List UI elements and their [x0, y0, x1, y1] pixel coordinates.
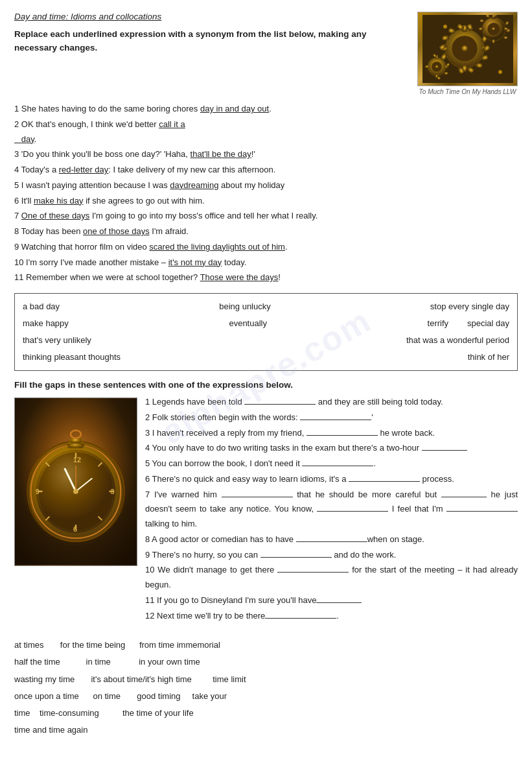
word-box-row-3: that's very unlikely that was a wonderfu…	[23, 333, 509, 348]
p2-sentence-9: 9 There's no hurry, so you can and do th…	[145, 548, 518, 563]
header-row: Day and time: Idioms and collocations Re…	[14, 12, 518, 95]
blank	[306, 435, 378, 436]
svg-text:9: 9	[36, 488, 40, 495]
p2-sentence-10: 10 We didn't manage to get there for the…	[145, 563, 518, 593]
blank	[317, 511, 388, 512]
blank	[441, 497, 487, 497]
bottom-section: 12 3 6 9 1 Legends have bee	[14, 395, 518, 628]
svg-point-22	[492, 27, 496, 31]
word-item: make happy	[23, 316, 69, 331]
word-item: that was a wonderful period	[406, 333, 509, 348]
svg-rect-24	[492, 40, 495, 44]
svg-text:6: 6	[73, 525, 77, 533]
blank	[244, 404, 316, 405]
sentence-9: 9 Watching that horror film on video sca…	[14, 240, 518, 255]
svg-text:3: 3	[110, 488, 114, 495]
p2-sentence-4: 4 You only have to do two writing tasks …	[145, 441, 518, 456]
word-box-row-4: thinking pleasant thoughts think of her	[23, 349, 509, 365]
word-box2-line-4: once upon a time on time good timing tak…	[14, 689, 518, 704]
blank	[316, 602, 362, 603]
instructions2: Fill the gaps in these sentences with on…	[14, 380, 518, 390]
page-title: Day and time: Idioms and collocations	[14, 12, 407, 21]
svg-rect-42	[444, 72, 448, 75]
clock-image-box: 12 3 6 9	[14, 397, 137, 566]
word-box-1: a bad day being unlucky stop every singl…	[14, 293, 518, 371]
clock-svg: 12 3 6 9	[15, 397, 137, 566]
word-item: stop every single day	[430, 299, 509, 314]
sentence-6: 6 It'll make his day if she agrees to go…	[14, 194, 518, 209]
blank	[422, 450, 467, 451]
p2-sentence-8: 8 A good actor or comedian has to have w…	[145, 532, 518, 547]
sentence-3: 3 'Do you think you'll be boss one day?'…	[14, 147, 518, 162]
svg-point-35	[435, 65, 438, 69]
image-caption: To Much Time On My Hands LLW	[419, 88, 516, 95]
sentence-10: 10 I'm sorry I've made another mistake –…	[14, 255, 518, 270]
p2-sentence-12: 12 Next time we'll try to be there.	[145, 609, 518, 624]
word-box2-line-1: at times for the time being from time im…	[14, 637, 518, 653]
word-item: that's very unlikely	[23, 333, 91, 348]
blank	[446, 511, 518, 512]
blank	[260, 557, 332, 558]
word-box2-line-6: time and time again	[14, 722, 518, 738]
svg-rect-39	[425, 65, 429, 68]
p2-sentence-6: 6 There's no quick and easy way to learn…	[145, 472, 518, 487]
word-box2-line-2: half the time in time in your own time	[14, 654, 518, 670]
header-text: Day and time: Idioms and collocations Re…	[14, 12, 417, 62]
svg-point-44	[443, 25, 447, 29]
instructions: Replace each underlined expression with …	[14, 28, 407, 55]
gear-svg	[422, 15, 513, 83]
p2-sentence-1: 1 Legends have been told and they are st…	[145, 395, 518, 410]
word-box-row-2: make happy eventually terrify special da…	[23, 316, 509, 331]
sentence-11: 11 Remember when we were at school toget…	[14, 270, 518, 285]
word-box2-line-5: time time-consuming the time of your lif…	[14, 705, 518, 721]
blank	[349, 481, 420, 482]
header-image: To Much Time On My Hands LLW	[417, 12, 518, 95]
word-item: terrify special day	[428, 316, 509, 331]
blank	[302, 466, 373, 466]
blank	[277, 572, 349, 573]
word-box-row-1: a bad day being unlucky stop every singl…	[23, 299, 509, 314]
blank	[265, 618, 336, 619]
word-box2-line-3: wasting my time it's about time/it's hig…	[14, 672, 518, 687]
svg-rect-26	[479, 28, 483, 31]
part2-sentences: 1 Legends have been told and they are st…	[145, 395, 518, 623]
word-box-2: at times for the time being from time im…	[14, 635, 518, 740]
sentence-8: 8 Today has been one of those days I'm a…	[14, 224, 518, 239]
svg-rect-29	[503, 36, 507, 40]
page: alphapre.com Day and time: Idioms and co…	[14, 12, 518, 740]
svg-text:12: 12	[73, 456, 81, 464]
p2-sentence-2: 2 Folk stories often begin with the word…	[145, 410, 518, 425]
word-item: eventually	[229, 316, 267, 331]
you-text: You	[275, 504, 289, 514]
svg-point-66	[73, 489, 78, 494]
sentence-4: 4 Today's a red-letter day: I take deliv…	[14, 163, 518, 178]
p2-sentence-5: 5 You can borrow the book, I don't need …	[145, 456, 518, 471]
word-item: a bad day	[23, 299, 60, 314]
svg-point-3	[461, 45, 468, 52]
blank	[296, 541, 367, 542]
gear-image-box	[417, 12, 518, 86]
sentence-5: 5 I wasn't paying attention because I wa…	[14, 178, 518, 193]
word-item: being unlucky	[219, 299, 271, 314]
sentence-2: 2 OK that's enough, I think we'd better …	[14, 117, 518, 147]
p2-sentence-3: 3 I haven't received a reply from my fri…	[145, 426, 518, 441]
svg-rect-32	[480, 19, 485, 22]
word-item: thinking pleasant thoughts	[23, 349, 121, 365]
word-item: think of her	[468, 349, 509, 365]
blank	[222, 497, 293, 497]
blank	[300, 420, 371, 420]
part1-sentences: 1 She hates having to do the same boring…	[14, 102, 518, 285]
p2-sentence-7: 7 I've warned him that he should be more…	[145, 488, 518, 532]
sentence-1: 1 She hates having to do the same boring…	[14, 102, 518, 117]
p2-sentence-11: 11 If you go to Disneyland I'm sure you'…	[145, 593, 518, 608]
sentence-7: 7 One of these days I'm going to go into…	[14, 209, 518, 224]
svg-point-45	[498, 70, 502, 74]
